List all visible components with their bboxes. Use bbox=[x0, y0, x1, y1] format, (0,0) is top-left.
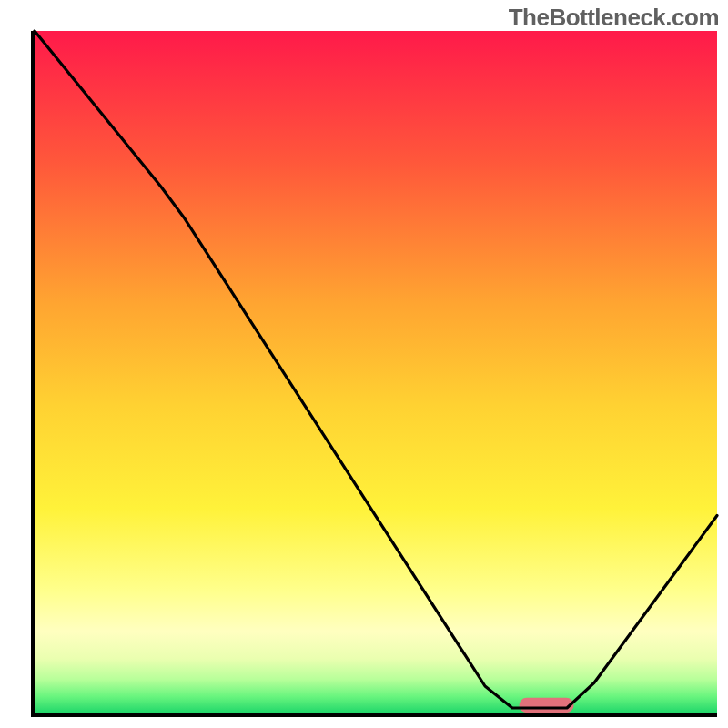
watermark-text: TheBottleneck.com bbox=[509, 4, 719, 32]
plot-background bbox=[35, 31, 717, 713]
x-axis bbox=[31, 713, 717, 717]
bottleneck-chart: TheBottleneck.com bbox=[0, 0, 728, 728]
optimal-range-marker bbox=[520, 698, 574, 713]
y-axis bbox=[31, 31, 35, 717]
chart-svg bbox=[0, 0, 728, 728]
